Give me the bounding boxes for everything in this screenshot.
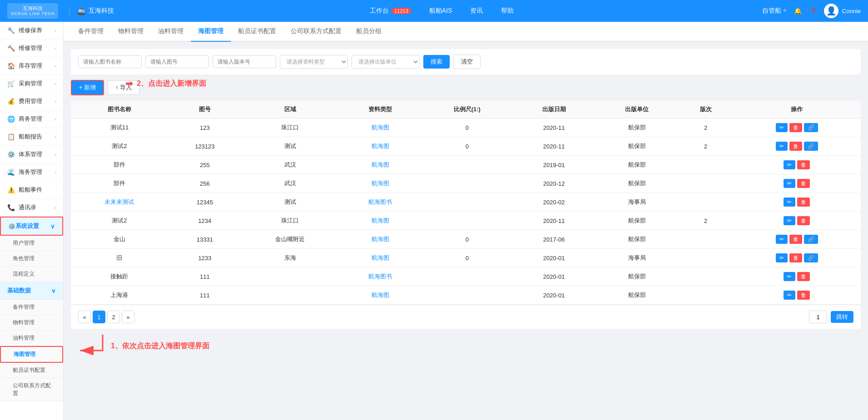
delete-button[interactable]: 🗑 [789, 142, 802, 151]
sidebar-sub-user-mgmt[interactable]: 用户管理 [0, 236, 63, 251]
type-link[interactable]: 航海图书 [368, 198, 392, 205]
cell-type: 航海图 [339, 174, 422, 193]
delete-button[interactable]: 🗑 [797, 160, 810, 169]
user-avatar-area[interactable]: 👤 Connie [824, 4, 861, 18]
filter-chart-number[interactable] [145, 55, 209, 68]
sidebar-sub-spare-parts[interactable]: 备件管理 [0, 300, 63, 315]
tab-materials[interactable]: 物料管理 [111, 22, 151, 42]
cell-region: 武汉 [242, 174, 339, 193]
goto-input[interactable] [809, 311, 827, 323]
nav-workbench[interactable]: 工作台 11213 [366, 5, 415, 17]
tab-chart-mgmt[interactable]: 海图管理 [191, 22, 231, 42]
type-link[interactable]: 航海图 [372, 161, 389, 168]
sidebar-label-inventory: 库存管理 [19, 62, 42, 70]
link-button[interactable]: 🔗 [804, 123, 818, 132]
filter-book-name[interactable] [78, 55, 142, 68]
edit-button[interactable]: ✏ [776, 235, 788, 244]
filter-type-select[interactable]: 请选择资料类型 [280, 55, 348, 69]
sidebar-item-finance[interactable]: 💰 费用管理 › [0, 93, 63, 110]
edit-button[interactable]: ✏ [784, 216, 795, 225]
edit-button[interactable]: ✏ [776, 123, 788, 132]
sidebar-item-system-mgmt[interactable]: ⚙️ 体系管理 › [0, 146, 63, 163]
sidebar-item-sys-settings[interactable]: ⚙️ 系统设置 ∨ [0, 217, 63, 236]
edit-button[interactable]: ✏ [776, 142, 788, 151]
page-1[interactable]: 1 [93, 311, 105, 323]
nav-news-label: 资讯 [470, 7, 483, 15]
sidebar-item-maintenance[interactable]: 🔧 维修保养 › [0, 22, 63, 40]
import-button[interactable]: ↑ 导入 [108, 80, 139, 95]
cell-publisher: 海事局 [595, 193, 679, 212]
sidebar-item-repair[interactable]: 🔨 维修管理 › [0, 40, 63, 57]
tab-fuel[interactable]: 油料管理 [151, 22, 191, 42]
chart-mgmt-label: 海图管理 [14, 351, 35, 357]
delete-button[interactable]: 🗑 [789, 123, 802, 132]
delete-button[interactable]: 🗑 [797, 216, 810, 225]
tab-crew-cert[interactable]: 船员证书配置 [231, 22, 283, 42]
link-button[interactable]: 🔗 [804, 142, 818, 151]
search-button[interactable]: 搜索 [423, 55, 450, 69]
nav-notification-icon[interactable]: 🔔 [794, 7, 802, 15]
sidebar-item-contacts[interactable]: 📞 通讯录 › [0, 199, 63, 217]
sidebar-sub-materials[interactable]: 物料管理 [0, 315, 63, 331]
sidebar-item-purchase[interactable]: 🛒 采购管理 › [0, 75, 63, 93]
brand-icon: 🚢 [77, 7, 86, 15]
page-2[interactable]: 2 [107, 311, 120, 323]
nav-ais[interactable]: 船舶AIS [426, 5, 456, 17]
goto-button[interactable]: 跳转 [831, 311, 853, 323]
edit-button[interactable]: ✏ [784, 198, 795, 207]
sidebar-item-ship-event[interactable]: ⚠️ 船舶事件 [0, 181, 63, 199]
filter-publisher-select[interactable]: 请选择出版单位 [352, 55, 420, 69]
sidebar-sub-company-contact[interactable]: 公司联系方式配置 [0, 378, 63, 401]
type-link[interactable]: 航海图 [372, 180, 389, 187]
role-mgmt-label: 角色管理 [13, 255, 35, 262]
nav-news[interactable]: 资讯 [466, 5, 486, 17]
delete-button[interactable]: 🗑 [797, 272, 810, 281]
delete-button[interactable]: 🗑 [797, 198, 810, 207]
sidebar-item-business[interactable]: 🌐 商务管理 › [0, 110, 63, 128]
sidebar-basic-data-header[interactable]: 基础数据 ∨ [0, 282, 63, 300]
nav-help[interactable]: 帮助 [497, 5, 517, 17]
link-button[interactable]: 🔗 [804, 235, 818, 244]
delete-button[interactable]: 🗑 [789, 253, 802, 262]
sidebar-sub-workflow[interactable]: 流程定义 [0, 267, 63, 282]
clear-button[interactable]: 清空 [453, 54, 481, 69]
sidebar-item-ship-report[interactable]: 📋 船舶报告 › [0, 128, 63, 146]
cell-number: 123123 [168, 137, 242, 156]
page-next[interactable]: » [122, 311, 134, 323]
edit-button[interactable]: ✏ [776, 253, 788, 262]
type-link[interactable]: 航海图 [372, 143, 389, 149]
sidebar-sub-fuel[interactable]: 油料管理 [0, 331, 63, 346]
tab-chart-mgmt-label: 海图管理 [198, 27, 223, 35]
type-link[interactable]: 航海图 [372, 292, 389, 298]
filter-version[interactable] [213, 55, 276, 68]
contacts-icon: 📞 [7, 204, 15, 211]
sidebar-sub-crew-cert[interactable]: 船员证书配置 [0, 363, 63, 378]
type-link[interactable]: 航海图书 [368, 273, 392, 280]
delete-button[interactable]: 🗑 [797, 291, 810, 300]
edit-button[interactable]: ✏ [784, 179, 795, 188]
sidebar-item-maritime[interactable]: 🌊 海务管理 › [0, 163, 63, 181]
username: Connie [842, 8, 861, 15]
page-prev[interactable]: « [78, 311, 91, 323]
edit-button[interactable]: ✏ [784, 160, 795, 169]
delete-button[interactable]: 🗑 [789, 235, 802, 244]
tab-crew-group[interactable]: 船员分组 [349, 22, 389, 42]
type-link[interactable]: 航海图 [372, 254, 389, 261]
sidebar-sub-role-mgmt[interactable]: 角色管理 [0, 251, 63, 267]
nav-help-icon[interactable]: ❓ [809, 7, 817, 15]
delete-button[interactable]: 🗑 [797, 179, 810, 188]
tab-company-contact[interactable]: 公司联系方式配置 [283, 22, 349, 42]
add-button[interactable]: + 新增 [71, 80, 104, 95]
edit-button[interactable]: ✏ [784, 272, 795, 281]
row-name-link[interactable]: 未来来测试 [104, 198, 134, 205]
sidebar-sub-chart-mgmt[interactable]: 海图管理 [0, 346, 63, 363]
edit-button[interactable]: ✏ [784, 291, 795, 300]
sidebar-item-inventory[interactable]: 🏠 库存管理 › [0, 57, 63, 75]
type-link[interactable]: 航海图 [372, 236, 389, 242]
page-buttons: « 1 2 » [78, 311, 134, 323]
link-button[interactable]: 🔗 [804, 253, 818, 262]
type-link[interactable]: 航海图 [372, 124, 389, 131]
nav-managed-ships[interactable]: 自管船 ÷ [762, 7, 787, 15]
tab-spare-parts[interactable]: 备件管理 [71, 22, 111, 42]
type-link[interactable]: 航海图 [372, 217, 389, 224]
